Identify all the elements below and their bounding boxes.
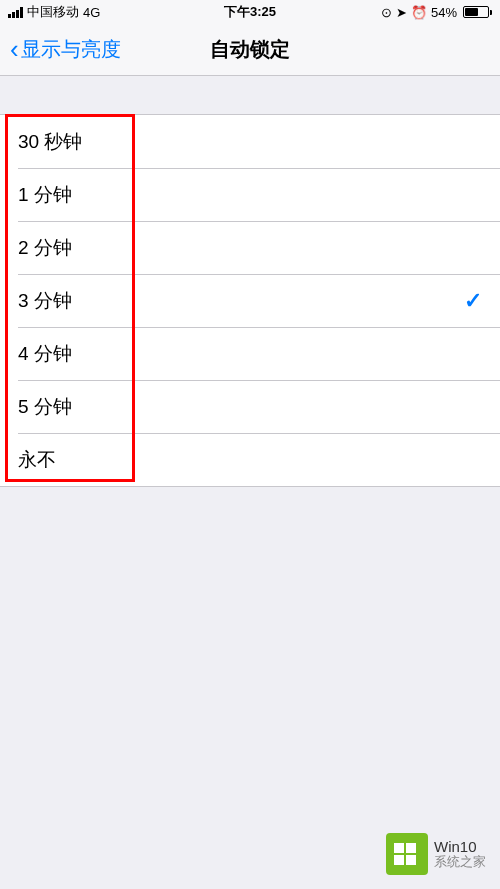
watermark-line2: 系统之家 (434, 855, 486, 869)
nav-bar: ‹ 显示与亮度 自动锁定 (0, 24, 500, 76)
svg-rect-2 (394, 855, 404, 865)
option-30s[interactable]: 30 秒钟 (0, 115, 500, 168)
network-label: 4G (83, 5, 100, 20)
option-3min[interactable]: 3 分钟 ✓ (0, 274, 500, 327)
option-5min[interactable]: 5 分钟 (0, 380, 500, 433)
watermark: Win10 系统之家 (386, 833, 486, 875)
back-button[interactable]: ‹ 显示与亮度 (10, 34, 121, 65)
page-title: 自动锁定 (210, 36, 290, 63)
option-never[interactable]: 永不 (0, 433, 500, 486)
status-bar: 中国移动 4G 下午3:25 ⊙ ➤ ⏰ 54% (0, 0, 500, 24)
battery-icon (461, 6, 492, 18)
checkmark-icon: ✓ (464, 288, 482, 314)
svg-rect-0 (394, 843, 404, 853)
watermark-text: Win10 系统之家 (434, 839, 486, 870)
options-list: 30 秒钟 1 分钟 2 分钟 3 分钟 ✓ 4 分钟 5 分钟 永不 (0, 114, 500, 487)
option-label: 1 分钟 (18, 182, 72, 208)
carrier-label: 中国移动 (27, 3, 79, 21)
option-label: 3 分钟 (18, 288, 72, 314)
option-4min[interactable]: 4 分钟 (0, 327, 500, 380)
option-label: 2 分钟 (18, 235, 72, 261)
alarm-icon: ⏰ (411, 5, 427, 20)
signal-icon (8, 7, 23, 18)
status-time: 下午3:25 (224, 3, 276, 21)
watermark-line1: Win10 (434, 839, 486, 856)
svg-rect-1 (406, 843, 416, 853)
chevron-left-icon: ‹ (10, 34, 19, 65)
section-gap (0, 76, 500, 114)
back-label: 显示与亮度 (21, 36, 121, 63)
status-right: ⊙ ➤ ⏰ 54% (381, 5, 492, 20)
option-label: 5 分钟 (18, 394, 72, 420)
option-2min[interactable]: 2 分钟 (0, 221, 500, 274)
location-icon: ➤ (396, 5, 407, 20)
orientation-lock-icon: ⊙ (381, 5, 392, 20)
option-1min[interactable]: 1 分钟 (0, 168, 500, 221)
option-label: 永不 (18, 447, 56, 473)
svg-rect-3 (406, 855, 416, 865)
option-label: 4 分钟 (18, 341, 72, 367)
watermark-logo-icon (386, 833, 428, 875)
option-label: 30 秒钟 (18, 129, 82, 155)
battery-pct: 54% (431, 5, 457, 20)
status-left: 中国移动 4G (8, 3, 100, 21)
